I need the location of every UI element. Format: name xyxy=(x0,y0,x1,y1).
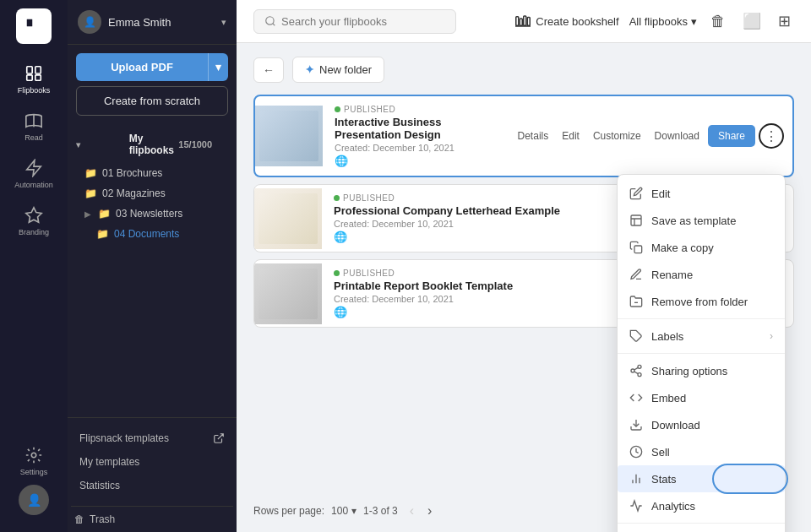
svg-rect-13 xyxy=(520,19,523,25)
svg-point-9 xyxy=(31,453,36,458)
upload-pdf-label[interactable]: Upload PDF xyxy=(76,53,208,81)
flipbook-thumbnail xyxy=(255,106,323,166)
label-icon xyxy=(629,329,643,343)
flipbook-title: Professional Company Letterhead Example xyxy=(334,204,629,217)
svg-point-21 xyxy=(638,365,641,368)
create-scratch-button[interactable]: Create from scratch xyxy=(76,86,228,116)
globe-icon: 🌐 xyxy=(335,155,501,167)
folder-icon: 📁 xyxy=(84,187,97,199)
all-flipbooks-button[interactable]: All flipbooks ▾ xyxy=(629,15,697,28)
menu-item-edit[interactable]: Edit xyxy=(618,180,785,207)
view-single-button[interactable]: ⬜ xyxy=(739,8,765,34)
statistics-link[interactable]: Statistics xyxy=(76,474,228,497)
flipbook-thumbnail xyxy=(254,188,322,249)
sidebar-item-flipbooks[interactable]: Flipbooks xyxy=(0,56,68,103)
menu-item-remove-folder[interactable]: Remove from folder xyxy=(618,288,785,315)
submenu-arrow-icon: › xyxy=(770,330,773,342)
folder-documents[interactable]: 📁 04 Documents xyxy=(68,224,237,244)
svg-rect-0 xyxy=(26,19,33,27)
folder-label: 03 Newsletters xyxy=(116,208,182,220)
edit-link[interactable]: Edit xyxy=(557,127,585,145)
stats-icon xyxy=(629,472,643,486)
upload-pdf-button[interactable]: Upload PDF ▾ xyxy=(76,53,228,81)
menu-item-sharing[interactable]: Sharing options xyxy=(618,357,785,384)
menu-item-move-workspace[interactable]: Move to workspace xyxy=(618,527,785,532)
my-templates-link[interactable]: My templates xyxy=(76,450,228,474)
globe-icon: 🌐 xyxy=(334,231,629,243)
bookshelf-icon xyxy=(515,15,531,27)
folder-magazines[interactable]: 📁 02 Magazines xyxy=(68,183,237,204)
page-nav: ‹ › xyxy=(405,502,438,520)
flipbook-item: PUBLISHED Interactive Business Presentat… xyxy=(253,95,794,177)
svg-point-22 xyxy=(631,369,634,372)
svg-rect-5 xyxy=(35,75,41,80)
context-menu: Edit Save as template Make a copy Rename… xyxy=(617,174,786,532)
menu-item-sell[interactable]: Sell xyxy=(618,438,785,465)
details-link[interactable]: Details xyxy=(513,127,554,145)
folder-label: 02 Magazines xyxy=(102,187,166,199)
rows-select[interactable]: 100 ▾ xyxy=(331,505,357,517)
svg-marker-7 xyxy=(27,160,41,176)
sidebar-item-settings[interactable]: Settings xyxy=(0,437,68,485)
svg-rect-17 xyxy=(631,215,641,225)
svg-rect-18 xyxy=(634,246,642,253)
delete-button[interactable]: 🗑 xyxy=(707,9,729,34)
share-button[interactable]: Share xyxy=(708,125,755,147)
customize-link[interactable]: Customize xyxy=(588,127,646,145)
more-options-button[interactable]: ⋮ xyxy=(759,123,784,149)
status-dot xyxy=(335,106,340,112)
sidebar-item-read[interactable]: Read xyxy=(0,103,68,150)
svg-rect-1 xyxy=(35,19,41,27)
user-avatar: 👤 xyxy=(78,10,101,34)
menu-divider xyxy=(618,523,785,524)
pagination: Rows per page: 100 ▾ 1-3 of 3 ‹ › xyxy=(253,502,437,520)
user-header[interactable]: 👤 Emma Smith ▾ xyxy=(68,0,237,45)
menu-item-labels[interactable]: Labels › xyxy=(618,323,785,350)
flipbook-thumbnail xyxy=(254,263,322,324)
rename-icon xyxy=(629,268,643,281)
sidebar-item-branding[interactable]: Branding xyxy=(0,198,68,245)
new-folder-button[interactable]: ✦ New folder xyxy=(292,57,384,83)
rows-chevron-icon: ▾ xyxy=(351,505,357,517)
flipbook-status: PUBLISHED xyxy=(335,105,501,114)
search-input[interactable] xyxy=(281,15,416,28)
share-icon xyxy=(629,364,643,377)
back-button[interactable]: ← xyxy=(253,57,284,83)
svg-rect-3 xyxy=(35,67,41,73)
app-logo[interactable] xyxy=(16,8,52,44)
menu-item-save-template[interactable]: Save as template xyxy=(618,207,785,234)
menu-item-stats[interactable]: Stats xyxy=(618,465,785,492)
view-grid-button[interactable]: ⊞ xyxy=(775,8,794,34)
download-link[interactable]: Download xyxy=(650,127,705,145)
flipsnack-templates-link[interactable]: Flipsnack templates xyxy=(76,426,228,450)
menu-item-analytics[interactable]: Analytics xyxy=(618,492,785,519)
sidebar-item-automation[interactable]: Automation xyxy=(0,150,68,198)
search-box[interactable] xyxy=(253,9,456,34)
menu-item-download[interactable]: Download xyxy=(618,411,785,438)
edit-icon xyxy=(629,187,643,200)
trash-link[interactable]: 🗑 Trash xyxy=(71,506,233,532)
menu-item-copy[interactable]: Make a copy xyxy=(618,234,785,261)
plus-icon: ✦ xyxy=(305,63,314,76)
menu-item-rename[interactable]: Rename xyxy=(618,261,785,288)
flipbook-title: Printable Report Booklet Template xyxy=(334,280,629,292)
flipbook-date: Created: December 10, 2021 xyxy=(334,219,629,229)
bottom-links: Flipsnack templates My templates Statist… xyxy=(68,417,237,506)
upload-dropdown-arrow[interactable]: ▾ xyxy=(208,53,228,81)
folder-brochures[interactable]: 📁 01 Brochures xyxy=(68,163,237,183)
create-bookshelf-button[interactable]: Create bookshelf xyxy=(515,15,618,28)
prev-page-button[interactable]: ‹ xyxy=(405,502,419,520)
folder-newsletters[interactable]: ▶ 📁 03 Newsletters xyxy=(68,204,237,224)
user-chevron-icon: ▾ xyxy=(221,17,226,28)
my-flipbooks-toggle[interactable]: ▾ My flipbooks 15/1000 xyxy=(68,126,237,163)
sidebar: Flipbooks Read Automation Branding Setti… xyxy=(0,0,68,532)
svg-rect-14 xyxy=(524,16,526,25)
flipbook-info: PUBLISHED Professional Company Letterhea… xyxy=(334,185,629,252)
next-page-button[interactable]: › xyxy=(422,502,437,520)
folder-label: 01 Brochures xyxy=(102,167,162,179)
folder-icon: 📁 xyxy=(84,167,97,179)
svg-rect-15 xyxy=(528,18,531,26)
avatar[interactable]: 👤 xyxy=(19,485,49,515)
menu-item-embed[interactable]: Embed xyxy=(618,384,785,411)
globe-icon: 🌐 xyxy=(334,306,629,318)
